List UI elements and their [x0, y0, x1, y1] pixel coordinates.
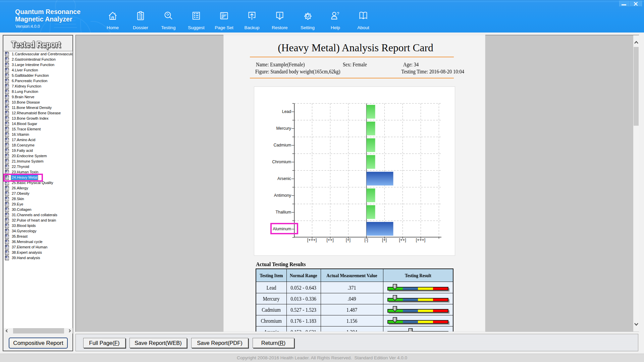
svg-text:[-]: [-]: [365, 238, 368, 242]
svg-text:Chromium: Chromium: [272, 160, 291, 164]
svg-text:[+++]: [+++]: [416, 238, 425, 242]
svg-text:Tested Report: Tested Report: [11, 39, 61, 49]
svg-text:Thallium: Thallium: [276, 210, 291, 215]
svg-text:[+++]: [+++]: [307, 238, 317, 242]
svg-text:Lead: Lead: [282, 109, 291, 114]
svg-text:Antimony: Antimony: [274, 193, 291, 198]
svg-text:[+]: [+]: [346, 238, 351, 242]
svg-text:?: ?: [337, 11, 339, 16]
svg-text:[++]: [++]: [399, 238, 406, 242]
svg-text:Mercury: Mercury: [276, 126, 291, 131]
svg-text:Cadmium: Cadmium: [273, 143, 291, 147]
svg-text:[+]: [+]: [382, 238, 387, 242]
svg-text:[++]: [++]: [326, 238, 333, 242]
svg-text:Arsenic: Arsenic: [277, 176, 291, 181]
